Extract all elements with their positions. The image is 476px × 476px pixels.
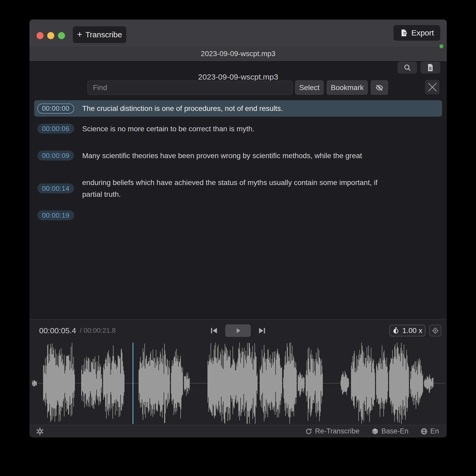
close-search-button[interactable] <box>425 80 439 94</box>
footer-right-group: Re-Transcribe Base-En <box>305 425 439 437</box>
retranscribe-button[interactable]: Re-Transcribe <box>305 427 359 435</box>
model-selector[interactable]: Base-En <box>371 427 408 435</box>
waveform-canvas[interactable] <box>32 342 445 424</box>
plus-icon: + <box>77 29 82 39</box>
player-section: 00:00:05.4 / 00:00:21.8 <box>29 319 447 425</box>
export-button-label: Export <box>411 28 434 37</box>
main-content: 2023-09-09-wscpt.mp3 Select Bookmark <box>29 61 447 319</box>
tab-bar[interactable]: 2023-09-09-wscpt.mp3 <box>29 46 447 61</box>
settings-button[interactable] <box>36 425 44 437</box>
transcribe-button-label: Transcribe <box>85 30 122 39</box>
transcribe-button[interactable]: + Transcribe <box>73 26 126 43</box>
transcript-row[interactable]: 00:00:06 Science is no more certain to b… <box>34 122 442 135</box>
document-title: 2023-09-09-wscpt.mp3 <box>29 73 447 81</box>
language-label: En <box>430 427 439 435</box>
eye-off-icon <box>375 83 384 92</box>
transcript-text[interactable]: The crucial distinction is one of proced… <box>82 103 283 114</box>
model-label: Base-En <box>381 427 408 435</box>
document-view-button[interactable] <box>420 62 440 74</box>
playback-speed-button[interactable]: 1.00 x <box>389 325 425 336</box>
waveform-playhead[interactable] <box>133 343 133 424</box>
transcript-list: 00:00:00 The crucial distinction is one … <box>29 100 447 221</box>
transcript-text[interactable]: enduring beliefs which have achieved the… <box>82 177 382 200</box>
tab-filename: 2023-09-09-wscpt.mp3 <box>201 50 275 58</box>
timestamp-pill[interactable]: 00:00:14 <box>37 183 74 193</box>
stopwatch-icon <box>392 327 399 334</box>
transcript-row[interactable]: 00:00:19 <box>34 209 442 221</box>
language-selector[interactable]: En <box>420 427 439 435</box>
retranscribe-label: Re-Transcribe <box>315 427 359 435</box>
transcript-row[interactable]: 00:00:09 Many scientific theories have b… <box>34 144 442 167</box>
globe-icon <box>420 428 428 435</box>
search-button[interactable] <box>397 62 417 74</box>
transport-controls <box>210 319 266 342</box>
minimize-window-button[interactable] <box>47 32 54 39</box>
transcript-row[interactable]: 00:00:00 The crucial distinction is one … <box>34 100 442 117</box>
total-time: / 00:00:21.8 <box>80 326 116 335</box>
document-icon <box>427 64 434 72</box>
refresh-icon <box>305 428 312 435</box>
transcript-text[interactable]: Many scientific theories have been prove… <box>82 150 362 162</box>
close-icon <box>426 81 438 93</box>
timestamp-pill[interactable]: 00:00:09 <box>37 151 74 160</box>
follow-playhead-button[interactable] <box>429 325 441 336</box>
bookmark-button[interactable]: Bookmark <box>327 80 368 95</box>
transcript-row[interactable]: 00:00:14 enduring beliefs which have ach… <box>34 177 442 200</box>
titlebar: + Transcribe Export <box>29 20 447 46</box>
current-time: 00:00:05.4 <box>39 326 76 335</box>
skip-forward-button[interactable] <box>258 326 266 335</box>
cube-icon <box>371 428 379 435</box>
select-button-label: Select <box>299 84 320 92</box>
play-button[interactable] <box>225 324 251 337</box>
select-button[interactable]: Select <box>295 80 324 95</box>
gear-icon <box>36 427 44 436</box>
hide-timestamps-button[interactable] <box>371 80 388 95</box>
traffic-lights <box>37 32 65 39</box>
skip-back-button[interactable] <box>210 326 218 335</box>
app-window: + Transcribe Export 2023-09-09-wscpt.mp3… <box>29 20 447 437</box>
timestamp-pill[interactable]: 00:00:06 <box>37 124 74 134</box>
zoom-window-button[interactable] <box>58 32 65 39</box>
search-icon <box>403 64 411 72</box>
locate-icon <box>431 327 439 335</box>
time-display: 00:00:05.4 / 00:00:21.8 <box>39 319 116 342</box>
find-input[interactable] <box>87 81 293 95</box>
timestamp-pill[interactable]: 00:00:19 <box>37 210 74 220</box>
bookmark-button-label: Bookmark <box>331 84 364 92</box>
footer-bar: Re-Transcribe Base-En <box>29 425 447 437</box>
status-dot <box>439 44 443 48</box>
speed-label: 1.00 x <box>402 326 422 335</box>
export-button[interactable]: Export <box>394 25 440 41</box>
close-window-button[interactable] <box>37 32 44 39</box>
export-icon <box>400 29 408 37</box>
timestamp-pill[interactable]: 00:00:00 <box>37 104 74 114</box>
play-icon <box>234 327 242 335</box>
transcript-text[interactable]: Science is no more certain to be correct… <box>82 123 254 135</box>
